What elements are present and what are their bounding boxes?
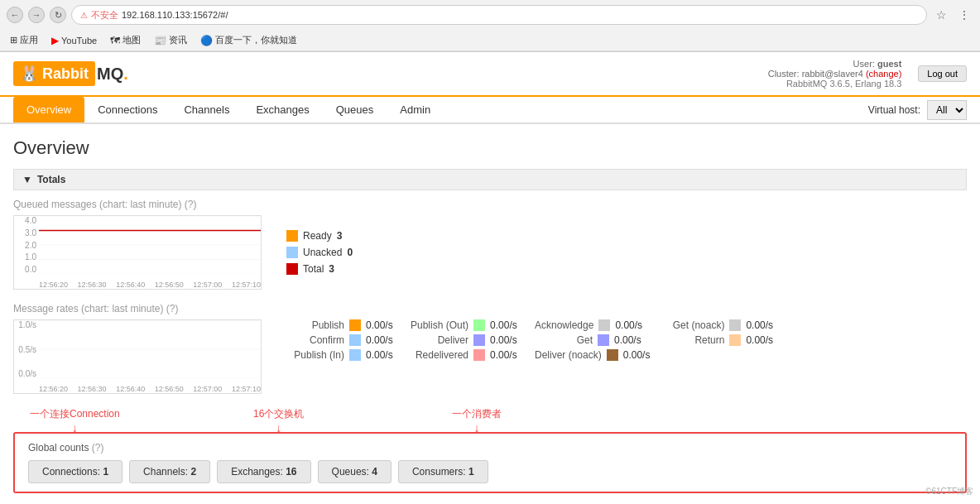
rate-get: Get 0.00/s [535,334,650,346]
nav-exchanges[interactable]: Exchanges [243,97,322,122]
menu-icon[interactable]: ⋮ [955,6,973,24]
annotation-exchanges: 16个交换机 ↓ [253,407,304,434]
security-icon: ⚠ [80,11,88,20]
rate-redelivered: Redelivered 0.00/s [411,349,518,361]
legend-unacked: Unacked 0 [286,247,353,258]
nav-right: Virtual host: All [868,100,967,120]
bookmark-youtube[interactable]: ▶ YouTube [48,33,100,48]
security-label: 不安全 [91,9,118,22]
unacked-label: Unacked [303,247,342,258]
app-container: 🐰 RabbitMQ. User: guest Cluster: rabbit@… [0,52,980,504]
browser-chrome: ← → ↻ ⚠ 不安全 192.168.110.133:15672/#/ ☆ ⋮… [0,0,980,52]
queued-legend: Ready 3 Unacked 0 Total 3 [286,215,353,290]
cluster-value: rabbit@slaver4 [802,69,863,79]
logo: 🐰 RabbitMQ. [13,61,128,86]
vhost-label: Virtual host: [868,104,920,116]
browser-actions: ☆ ⋮ [932,6,973,24]
page-title: Overview [13,137,967,159]
logo-mq: MQ. [97,65,128,84]
user-value: guest [877,59,901,69]
bookmark-maps[interactable]: 🗺 地图 [107,32,144,48]
consumers-count[interactable]: Consumers: 1 [398,460,488,483]
annotation-queues: ↑ 四个队列 [344,501,384,504]
url-text: 192.168.110.133:15672/#/ [122,10,228,20]
queued-chart-inner [39,216,261,274]
user-label: User: [853,59,875,69]
ready-label: Ready [303,230,332,242]
rate-confirm: Confirm 0.00/s [286,334,394,346]
cluster-label: Cluster: [768,69,800,79]
queued-x-labels: 12:56:20 12:56:30 12:56:40 12:56:50 12:5… [39,281,261,289]
nav-overview[interactable]: Overview [13,97,84,122]
rates-chart-row: 1.0/s 0.5/s 0.0/s [13,319,967,394]
refresh-button[interactable]: ↻ [50,7,66,23]
totals-content: Queued messages (chart: last minute) (?)… [13,190,967,504]
nav-queues[interactable]: Queues [323,97,387,122]
rates-legend: Publish 0.00/s Confirm 0.00/s [286,319,774,394]
app-header: 🐰 RabbitMQ. User: guest Cluster: rabbit@… [0,52,980,97]
section-arrow: ▼ [22,174,32,185]
rate-group-2: Publish (Out) 0.00/s Deliver 0.00/s [411,319,518,394]
content: Overview ▼ Totals Queued messages (chart… [0,124,980,504]
rate-publish-out: Publish (Out) 0.00/s [411,319,518,331]
nav-bar: Overview Connections Channels Exchanges … [0,97,980,124]
channels-count[interactable]: Channels: 2 [129,460,210,483]
rate-return: Return 0.00/s [666,334,774,346]
baidu-label: 百度一下，你就知道 [215,34,297,46]
nav-admin[interactable]: Admin [387,97,444,122]
apps-label: 应用 [20,34,38,46]
youtube-icon: ▶ [51,35,59,46]
baidu-icon: 🔵 [200,35,213,46]
totals-section-header[interactable]: ▼ Totals [13,169,967,190]
cluster-change-link[interactable]: (change) [866,69,901,79]
bookmark-baidu[interactable]: 🔵 百度一下，你就知道 [197,32,300,48]
header-info: User: guest Cluster: rabbit@slaver4 (cha… [768,59,902,89]
totals-section: ▼ Totals Queued messages (chart: last mi… [13,169,967,504]
nav-channels[interactable]: Channels [171,97,243,122]
nav-connections[interactable]: Connections [84,97,171,122]
star-icon[interactable]: ☆ [932,6,950,24]
global-section-wrapper: 一个连接Connection ↓ 16个交换机 ↓ 一个消费者 ↓ [13,407,967,504]
unacked-value: 0 [347,247,353,258]
global-counts-help: (?) [92,442,104,454]
back-button[interactable]: ← [7,7,23,23]
queued-chart-row: 4.0 3.0 2.0 1.0 0.0 [13,215,967,290]
queued-chart-area: 4.0 3.0 2.0 1.0 0.0 [13,215,262,290]
forward-button[interactable]: → [28,7,45,23]
maps-label: 地图 [122,34,141,46]
url-bar[interactable]: ⚠ 不安全 192.168.110.133:15672/#/ [71,5,927,25]
watermark: ©61CTF博客 [925,486,973,497]
rate-group-1: Publish 0.00/s Confirm 0.00/s [286,319,394,394]
section-label: Totals [37,174,65,185]
annotation-connection: 一个连接Connection ↓ [30,407,120,434]
bookmark-news[interactable]: 📰 资讯 [151,32,190,48]
ready-color-box [286,230,298,242]
annotation-channels: ↑ 两个网络通信信道 [113,501,192,504]
version-info: RabbitMQ 3.6.5, Erlang 18.3 [786,79,901,89]
rate-group-4: Get (noack) 0.00/s Return 0.00/s [666,319,774,394]
total-color-box [286,263,298,275]
apps-button[interactable]: ⊞ 应用 [7,32,41,48]
apps-icon: ⊞ [10,35,17,46]
rate-publish: Publish 0.00/s [286,319,394,331]
rates-label: Message rates (chart: last minute) (?) [13,303,967,314]
connections-count[interactable]: Connections: 1 [28,460,122,483]
rate-get-noack: Get (noack) 0.00/s [666,319,774,331]
queued-y-labels: 4.0 3.0 2.0 1.0 0.0 [14,216,39,274]
rate-acknowledge: Acknowledge 0.00/s [535,319,650,331]
total-label: Total [303,263,324,275]
youtube-label: YouTube [61,36,97,46]
rates-x-labels: 12:56:20 12:56:30 12:56:40 12:56:50 12:5… [39,385,261,393]
rates-chart-inner [39,320,261,378]
global-counts: Global counts (?) Connections: 1 Channel… [13,432,967,493]
rates-y-labels: 1.0/s 0.5/s 0.0/s [14,320,39,378]
global-counts-header: Global counts (?) [28,442,952,454]
maps-icon: 🗺 [110,35,120,46]
rates-chart-area: 1.0/s 0.5/s 0.0/s [13,319,262,394]
exchanges-count[interactable]: Exchanges: 16 [217,460,310,483]
queues-count[interactable]: Queues: 4 [318,460,392,483]
logout-button[interactable]: Log out [918,65,967,82]
vhost-select[interactable]: All [927,100,967,120]
total-value: 3 [329,263,334,275]
rate-group-3: Acknowledge 0.00/s Get 0.00/s [535,319,650,394]
